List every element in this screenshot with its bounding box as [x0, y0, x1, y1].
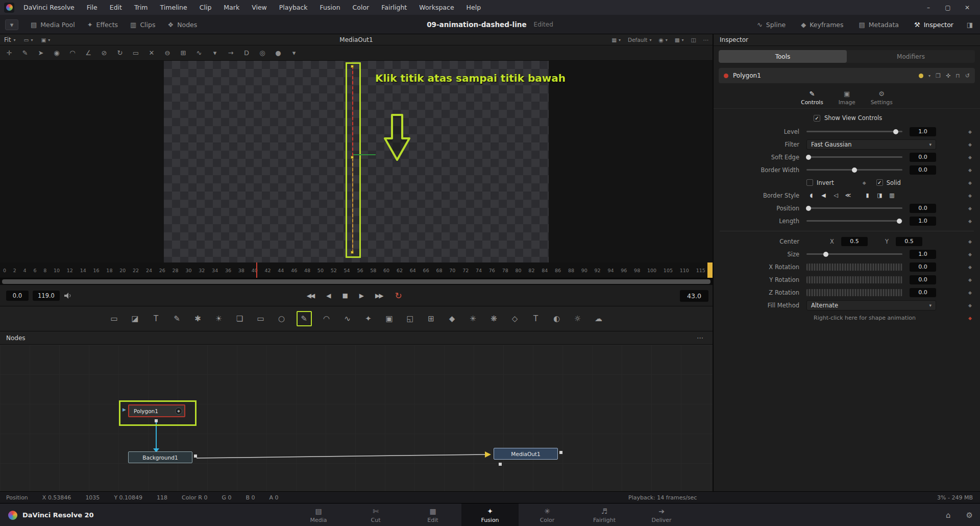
reduce-points-tool-button[interactable]: ⊖	[163, 49, 172, 57]
soft-edge-slider[interactable]	[806, 156, 902, 158]
inspector-node-header[interactable]: Polygon1 ▾❐✜⊓↺	[719, 68, 975, 83]
playhead[interactable]	[256, 262, 257, 278]
soft-edge-slider-handle[interactable]	[806, 155, 811, 160]
nodes-panel-options-menu[interactable]: ⋯	[697, 331, 704, 345]
reset-icon[interactable]: ↺	[965, 73, 970, 79]
keyframe-icon[interactable]: ◆	[968, 155, 972, 160]
publish-menu-tool-button[interactable]: ▾	[211, 49, 219, 57]
invert-checkbox[interactable]: Invert	[806, 179, 834, 186]
play-button[interactable]: ▶	[359, 292, 363, 299]
keyframe-icon[interactable]: ◆	[968, 277, 972, 282]
fill-method-dropdown[interactable]: Alternate▾	[806, 300, 936, 310]
ranges-mask-tool-button[interactable]: ✦	[362, 313, 375, 325]
page-tab-color[interactable]: ✳Color	[519, 504, 576, 526]
keyframe-icon[interactable]: ◆	[968, 316, 972, 321]
keyframe-icon[interactable]: ◆	[863, 180, 866, 185]
menu-file[interactable]: File	[81, 0, 104, 15]
node-select-led[interactable]	[724, 74, 728, 78]
freehand-tool-button[interactable]: ∿	[195, 49, 203, 57]
modify-none-tool-button[interactable]: ◉	[53, 49, 61, 57]
mediaout1-output-socket[interactable]	[559, 451, 562, 454]
mediaout1-effect-socket[interactable]	[499, 463, 502, 466]
menu-playback[interactable]: Playback	[273, 0, 314, 15]
keyframe-icon[interactable]: ◆	[968, 219, 972, 224]
tab-tools[interactable]: Tools	[719, 50, 847, 63]
border-style-option-4[interactable]: ▮	[863, 191, 872, 200]
spotlight-tool-button[interactable]: ☼	[572, 313, 584, 325]
size-slider-handle[interactable]	[823, 252, 828, 257]
menu-davinci-resolve[interactable]: DaVinci Resolve	[17, 0, 81, 15]
polygon1-output-socket[interactable]	[155, 419, 158, 422]
dve-tool-button[interactable]: ◱	[404, 313, 416, 325]
keyframe-icon[interactable]: ◆	[968, 239, 972, 244]
page-tab-media[interactable]: ▤Media	[290, 504, 347, 526]
crop-tool-button[interactable]: ⊞	[425, 313, 437, 325]
node-mediaout1[interactable]: MediaOut1	[494, 448, 558, 460]
z-rotation-value-field[interactable]: 0.0	[910, 288, 936, 297]
keyframe-icon[interactable]: ◆	[968, 180, 972, 185]
transform-tool-button[interactable]: ❏	[234, 313, 246, 325]
keyframe-icon[interactable]: ◆	[968, 265, 972, 270]
text-plus-tool-button[interactable]: T	[150, 313, 162, 325]
timeline-scrollbar[interactable]	[0, 278, 713, 285]
versions-icon[interactable]: ❐	[936, 73, 941, 79]
corner-pin-tool-button[interactable]: ▣	[383, 313, 396, 325]
node-background1[interactable]: Background1	[128, 451, 192, 463]
page-tab-fusion[interactable]: ✦Fusion	[461, 504, 519, 526]
center-y-field[interactable]: 0.5	[896, 237, 922, 246]
show-view-controls-checkbox[interactable]: ✓	[814, 115, 820, 122]
minimize-button[interactable]: –	[921, 4, 936, 11]
length-value-field[interactable]: 1.0	[910, 217, 936, 226]
keyframes-button[interactable]: ◆Keyframes	[801, 21, 843, 29]
menu-workspace[interactable]: Workspace	[413, 0, 460, 15]
select-all-points-tool-button[interactable]: ▭	[132, 49, 140, 57]
bspline-mask-tool-button[interactable]: ◠	[321, 313, 333, 325]
shape3d-tool-button[interactable]: ◇	[509, 313, 521, 325]
position-value-field[interactable]: 0.0	[910, 204, 936, 213]
range-end-field[interactable]: 119.0	[33, 291, 60, 301]
project-manager-icon[interactable]: ⌂	[946, 511, 951, 520]
page-tab-edit[interactable]: ▦Edit	[404, 504, 461, 526]
timeline-scrollbar-handle[interactable]	[2, 279, 710, 284]
roi-dropdown[interactable]: ▩▾	[675, 37, 684, 43]
smooth-points-tool-button[interactable]: ◠	[68, 49, 77, 57]
position-slider-handle[interactable]	[806, 206, 811, 211]
linear-points-tool-button[interactable]: ∠	[84, 49, 92, 57]
dual-viewer-button[interactable]: ◫	[691, 37, 696, 43]
node-polygon1[interactable]: Polygon1 ◆	[128, 404, 185, 417]
polygon-center-handle[interactable]	[353, 154, 376, 155]
border-width-slider[interactable]	[806, 169, 902, 171]
node-graph[interactable]: ▶ Polygon1 ◆ Background1 MediaOut1	[0, 345, 713, 491]
inspector-button[interactable]: ⚒Inspector	[914, 21, 953, 29]
media-pool-button[interactable]: ▤Media Pool	[31, 21, 75, 29]
menu-clip[interactable]: Clip	[193, 0, 218, 15]
polygon-vertex-bottom[interactable]	[351, 251, 354, 254]
level-slider-handle[interactable]	[893, 129, 898, 134]
size-value-field[interactable]: 1.0	[910, 250, 936, 259]
border-style-option-5[interactable]: ◨	[875, 191, 885, 200]
close-spline-tool-button[interactable]: ⊘	[100, 49, 108, 57]
close-button[interactable]: ✕	[960, 4, 975, 11]
polygon-mask-tool-button[interactable]: ✎	[297, 311, 312, 326]
interface-toggle-button[interactable]: ▾	[5, 19, 18, 30]
fastnoise-tool-button[interactable]: ◪	[129, 313, 141, 325]
x-rotation-scrubber[interactable]	[806, 264, 902, 271]
page-tab-deliver[interactable]: ➔Deliver	[633, 504, 690, 526]
keyframe-icon[interactable]: ◆	[968, 168, 972, 173]
background-tool-button[interactable]: ▭	[108, 313, 120, 325]
range-start-field[interactable]: 0.0	[6, 291, 29, 301]
text3d-tool-button[interactable]: T	[530, 313, 542, 325]
viewer-options-button[interactable]: ⋯	[703, 37, 709, 43]
stop-button[interactable]: ■	[342, 292, 347, 299]
solid-checkbox[interactable]: ✓Solid	[876, 179, 901, 186]
merge3d-tool-button[interactable]: ◆	[446, 313, 458, 325]
spline-button[interactable]: ∿Spline	[757, 21, 786, 29]
keyframe-icon[interactable]: ◆	[968, 303, 972, 308]
clips-button[interactable]: ▥Clips	[130, 21, 155, 29]
channel-select-dropdown[interactable]: ▭▾	[24, 37, 33, 43]
metadata-button[interactable]: ▤Metadata	[859, 21, 899, 29]
particle-emitter-tool-button[interactable]: ✳	[467, 313, 479, 325]
filter-dropdown[interactable]: Fast Gaussian▾	[806, 139, 936, 150]
spline-color-tool-button[interactable]: ●	[274, 49, 282, 57]
play-reverse-button[interactable]: ◀	[326, 292, 330, 299]
